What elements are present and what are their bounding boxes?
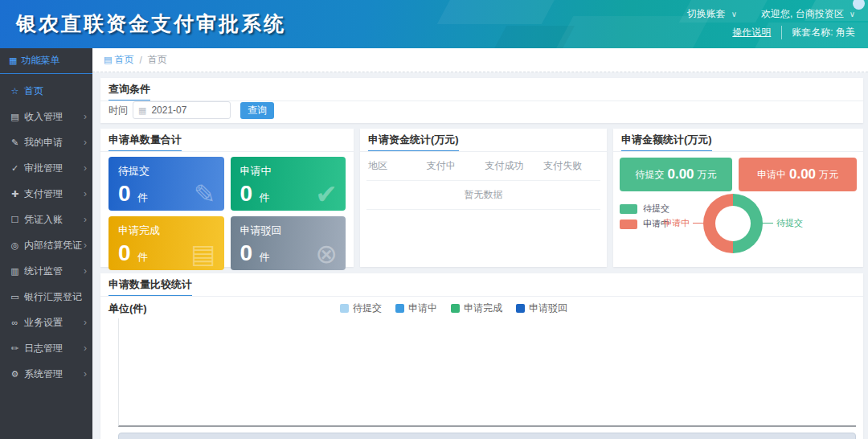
- amount-buttons: 待提交 0.00 万元 申请中 0.00 万元: [613, 152, 863, 191]
- breadcrumb-current: 首页: [148, 53, 167, 67]
- search-button[interactable]: 查询: [240, 102, 274, 119]
- breadcrumb-separator: /: [139, 55, 141, 66]
- time-picker[interactable]: ▦: [133, 101, 231, 119]
- chevron-right-icon: ›: [84, 240, 87, 251]
- legend-swatch: [451, 304, 460, 313]
- application-count-panel: 申请单数量合计 待提交 0 件 ✎ 申请中 0 件 ✔ 申请完成 0 件 ▤: [100, 129, 354, 267]
- edit-doc-icon: ✎: [194, 181, 216, 207]
- count-tiles: 待提交 0 件 ✎ 申请中 0 件 ✔ 申请完成 0 件 ▤ 申请驳回 0 件: [100, 152, 354, 270]
- main-content: ▤ 首页 / 首页 查询条件 时间 ▦ 查询 申请单数量合计 待提交 0 件: [92, 48, 868, 439]
- sidebar-item-my-applications[interactable]: ✎ 我的申请 ›: [0, 129, 92, 155]
- sidebar-item-home[interactable]: ☆ 首页: [0, 78, 92, 104]
- app-title: 银农直联资金支付审批系统: [16, 10, 286, 37]
- gear-icon: ⚙: [9, 369, 21, 380]
- legend-swatch: [395, 304, 404, 313]
- calendar-icon: ▦: [138, 105, 146, 116]
- sidebar-item-system[interactable]: ⚙ 系统管理 ›: [0, 361, 92, 387]
- switch-account-label: 切换账套: [687, 7, 726, 21]
- pending-amount-button[interactable]: 待提交 0.00 万元: [620, 158, 732, 191]
- list-check-icon: ✔: [315, 181, 338, 207]
- chevron-down-icon: ∨: [731, 10, 737, 18]
- chevron-right-icon: ›: [84, 137, 87, 148]
- document-icon: ▤: [190, 240, 215, 267]
- comparison-panel-title: 申请数量比较统计: [108, 277, 192, 297]
- grid-icon: ▦: [9, 55, 17, 66]
- chevron-right-icon: ›: [84, 188, 87, 199]
- col-pay-success: 支付成功: [484, 152, 542, 181]
- funds-panel-title: 申请资金统计(万元): [368, 133, 459, 152]
- query-panel-header: 查询条件: [100, 78, 863, 101]
- col-pay-failed: 支付失败: [542, 152, 600, 181]
- tile-pending-submit: 待提交 0 件 ✎: [108, 157, 224, 211]
- legend-item-applying[interactable]: 申请中: [395, 302, 437, 315]
- sidebar: ▦ 功能菜单 ☆ 首页 ▤ 收入管理 › ✎ 我的申请 › ✓ 审批管理 › ✚…: [0, 48, 92, 439]
- account-name-label: 账套名称: 角美: [792, 26, 855, 39]
- sidebar-menu-header: ▦ 功能菜单: [0, 48, 92, 74]
- document-icon: ▤: [9, 112, 21, 122]
- donut-label-pending: 待提交: [763, 217, 803, 229]
- plus-icon: ✚: [9, 189, 21, 199]
- breadcrumb: ▤ 首页 / 首页: [92, 48, 868, 72]
- switch-account-dropdown[interactable]: 切换账套 ∨: [687, 7, 737, 21]
- donut-label-inprogress: 申请中: [663, 217, 703, 229]
- menu-header-label: 功能菜单: [21, 54, 59, 68]
- sidebar-item-voucher-entry[interactable]: ☐ 凭证入账 ›: [0, 207, 92, 232]
- chevron-right-icon: ›: [84, 368, 87, 380]
- sidebar-item-payment[interactable]: ✚ 支付管理 ›: [0, 181, 92, 207]
- target-icon: ◎: [9, 240, 21, 251]
- query-form: 时间 ▦ 查询: [108, 101, 274, 119]
- legend-swatch: [340, 304, 349, 313]
- bar-chart-icon: ▥: [9, 266, 21, 277]
- time-input[interactable]: [151, 105, 225, 116]
- funds-table: 地区 支付中 支付成功 支付失败 暂无数据: [366, 152, 600, 210]
- sidebar-item-statistics[interactable]: ▥ 统计监管 ›: [0, 258, 92, 284]
- sidebar-menu: ☆ 首页 ▤ 收入管理 › ✎ 我的申请 › ✓ 审批管理 › ✚ 支付管理 ›…: [0, 74, 92, 387]
- welcome-user-dropdown[interactable]: 欢迎您, 台商投资区 ∨: [761, 7, 855, 21]
- doc-reject-icon: ⊗: [315, 240, 338, 267]
- col-region: 地区: [366, 152, 425, 181]
- time-label: 时间: [108, 104, 128, 117]
- amount-panel-title: 申请金额统计(万元): [621, 133, 712, 152]
- col-paying: 支付中: [425, 152, 484, 181]
- tile-completed: 申请完成 0 件 ▤: [108, 216, 224, 270]
- legend-swatch: [516, 304, 525, 313]
- legend-item-pending-submit[interactable]: 待提交: [340, 302, 382, 315]
- sidebar-item-income[interactable]: ▤ 收入管理 ›: [0, 104, 92, 129]
- tile-rejected: 申请驳回 0 件 ⊗: [231, 216, 346, 270]
- chevron-right-icon: ›: [84, 317, 87, 328]
- star-icon: ☆: [9, 86, 21, 96]
- comparison-chart-panel: 申请数量比较统计 单位(件) 待提交 申请中 申请完成 申请: [100, 273, 863, 439]
- briefcase-icon: ☐: [9, 215, 21, 225]
- chevron-right-icon: ›: [84, 162, 87, 174]
- chevron-right-icon: ›: [84, 265, 87, 277]
- legend-item-complete[interactable]: 申请完成: [451, 302, 502, 315]
- legend-item-rejected[interactable]: 申请驳回: [516, 302, 567, 315]
- inprogress-amount-button[interactable]: 申请中 0.00 万元: [739, 158, 857, 191]
- link-icon: ∞: [9, 318, 21, 327]
- chevron-right-icon: ›: [84, 214, 87, 225]
- sidebar-item-bank-draft[interactable]: ▭ 银行汇票登记: [0, 284, 92, 310]
- donut-callout-line: [763, 223, 773, 224]
- chevron-down-icon: ∨: [850, 10, 855, 18]
- count-panel-title: 申请单数量合计: [108, 133, 182, 152]
- header-user-area: 切换账套 ∨ 欢迎您, 台商投资区 ∨ 操作说明 账套名称: 角美: [687, 5, 855, 42]
- pencil-icon: ✎: [9, 137, 21, 148]
- header-decor-shape: [490, 26, 575, 48]
- header-decor-shape: [437, 0, 559, 24]
- check-icon: ✓: [9, 163, 21, 174]
- page-icon: ▤: [104, 55, 112, 65]
- empty-data-text: 暂无数据: [366, 181, 600, 210]
- query-conditions-panel: 查询条件 时间 ▦ 查询: [100, 78, 863, 123]
- sidebar-item-approval[interactable]: ✓ 审批管理 ›: [0, 155, 92, 181]
- tile-in-progress: 申请中 0 件 ✔: [231, 157, 346, 211]
- breadcrumb-home-link[interactable]: 首页: [114, 53, 133, 67]
- sidebar-item-internal-settlement[interactable]: ◎ 内部结算凭证 ›: [0, 232, 92, 258]
- sidebar-item-log[interactable]: ✏ 日志管理 ›: [0, 335, 92, 361]
- chart-horizontal-scrollbar[interactable]: [118, 433, 856, 439]
- operation-help-link[interactable]: 操作说明: [732, 26, 782, 39]
- funds-statistics-panel: 申请资金统计(万元) 地区 支付中 支付成功 支付失败 暂无数据: [360, 129, 607, 267]
- welcome-label: 欢迎您, 台商投资区: [761, 7, 844, 21]
- bar-chart-legend: 待提交 申请中 申请完成 申请驳回: [100, 302, 863, 315]
- sidebar-item-business-settings[interactable]: ∞ 业务设置 ›: [0, 310, 92, 335]
- card-icon: ▭: [9, 292, 21, 302]
